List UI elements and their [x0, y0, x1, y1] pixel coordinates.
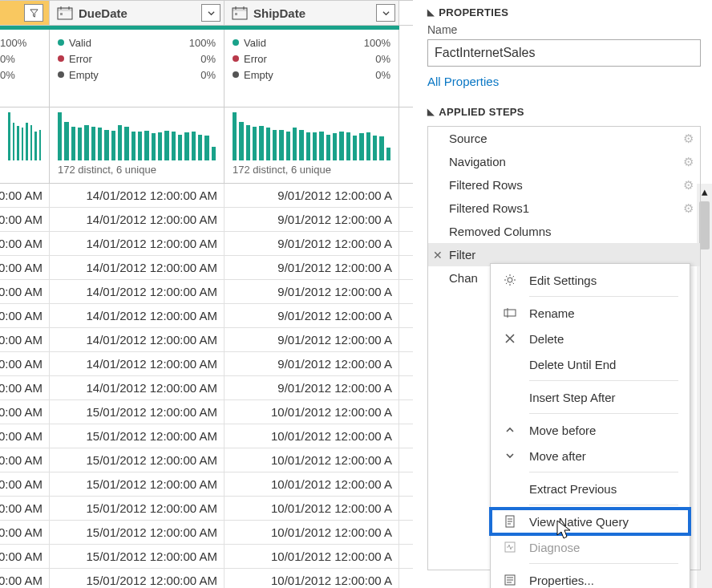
diagnose-icon [502, 541, 518, 554]
applied-step[interactable]: Removed Columns [428, 220, 700, 243]
ctx-properties[interactable]: Properties... [491, 567, 690, 588]
table-row[interactable]: 00:00 AM14/01/2012 12:00:00 AM9/01/2012 … [0, 280, 413, 304]
table-cell: 00:00 AM [0, 184, 50, 207]
column-header-partial[interactable] [0, 1, 50, 25]
table-cell: 15/01/2012 12:00:00 AM [50, 424, 225, 448]
table-row[interactable]: 00:00 AM14/01/2012 12:00:00 AM9/01/2012 … [0, 304, 413, 328]
query-name-input[interactable] [427, 39, 701, 67]
table-cell: 00:00 AM [0, 424, 50, 448]
chevron-down-icon[interactable] [201, 4, 220, 22]
step-label: Navigation [449, 155, 506, 168]
step-label: Removed Columns [449, 225, 552, 238]
table-row[interactable]: 00:00 AM15/01/2012 12:00:00 AM10/01/2012… [0, 545, 413, 569]
gear-icon[interactable]: ⚙ [683, 155, 694, 169]
table-row[interactable]: 00:00 AM15/01/2012 12:00:00 AM10/01/2012… [0, 569, 413, 588]
table-row[interactable]: 00:00 AM14/01/2012 12:00:00 AM9/01/2012 … [0, 184, 413, 208]
data-rows[interactable]: 00:00 AM14/01/2012 12:00:00 AM9/01/2012 … [0, 184, 413, 588]
table-cell: 10/01/2012 12:00:00 A [225, 472, 399, 496]
ctx-move-before[interactable]: Move before [491, 417, 690, 443]
step-label: Chan [449, 271, 478, 285]
table-row[interactable]: 00:00 AM14/01/2012 12:00:00 AM9/01/2012 … [0, 376, 413, 400]
table-cell: 10/01/2012 12:00:00 A [225, 569, 399, 588]
svg-point-10 [508, 278, 512, 282]
table-row[interactable]: 00:00 AM15/01/2012 12:00:00 AM10/01/2012… [0, 448, 413, 472]
svg-rect-1 [58, 8, 72, 11]
svg-rect-6 [233, 8, 247, 11]
ctx-extract-previous[interactable]: Extract Previous [491, 476, 690, 501]
step-label: Filtered Rows [449, 178, 523, 192]
table-row[interactable]: 00:00 AM14/01/2012 12:00:00 AM9/01/2012 … [0, 256, 413, 280]
table-cell: 9/01/2012 12:00:00 A [225, 328, 399, 351]
table-cell: 00:00 AM [0, 208, 50, 231]
table-row[interactable]: 00:00 AM15/01/2012 12:00:00 AM10/01/2012… [0, 472, 413, 497]
applied-step[interactable]: Source⚙ [428, 127, 700, 150]
applied-step[interactable]: Navigation⚙ [428, 150, 700, 173]
ctx-view-native-query[interactable]: View Native Query [491, 509, 690, 534]
all-properties-link[interactable]: All Properties [427, 75, 499, 88]
gear-icon[interactable]: ⚙ [683, 201, 694, 216]
properties-section-header[interactable]: ◣ PROPERTIES [427, 6, 701, 18]
table-row[interactable]: 00:00 AM15/01/2012 12:00:00 AM10/01/2012… [0, 424, 413, 448]
table-cell: 9/01/2012 12:00:00 A [225, 184, 399, 207]
table-row[interactable]: 00:00 AM14/01/2012 12:00:00 AM9/01/2012 … [0, 328, 413, 352]
table-cell: 15/01/2012 12:00:00 AM [50, 569, 225, 588]
column-header-shipdate[interactable]: ShipDate [225, 1, 399, 25]
table-cell: 14/01/2012 12:00:00 AM [50, 256, 225, 279]
column-name: ShipDate [253, 6, 305, 20]
table-cell: 10/01/2012 12:00:00 A [225, 424, 399, 448]
column-header-duedate[interactable]: DueDate [50, 1, 225, 25]
ctx-move-after[interactable]: Move after [491, 443, 690, 468]
applied-step[interactable]: Filtered Rows⚙ [428, 173, 700, 197]
name-label: Name [427, 23, 701, 36]
table-cell: 9/01/2012 12:00:00 A [225, 232, 399, 255]
table-cell: 15/01/2012 12:00:00 AM [50, 400, 225, 424]
ctx-edit-settings[interactable]: Edit Settings [491, 267, 690, 293]
svg-rect-9 [235, 13, 237, 15]
table-row[interactable]: 00:00 AM14/01/2012 12:00:00 AM9/01/2012 … [0, 232, 413, 256]
ctx-delete-until-end[interactable]: Delete Until End [491, 351, 690, 377]
close-icon [502, 333, 518, 344]
step-label: Source [449, 132, 487, 145]
table-cell: 9/01/2012 12:00:00 A [225, 352, 399, 375]
column-distribution-chart-row: 172 distinct, 6 unique 172 distinct, 6 u… [0, 107, 413, 184]
gear-icon [502, 274, 518, 286]
table-cell: 10/01/2012 12:00:00 A [225, 497, 399, 520]
applied-steps-section-header[interactable]: ◣ APPLIED STEPS [427, 106, 701, 118]
applied-step[interactable]: Filtered Rows1⚙ [428, 197, 700, 220]
chevron-down-icon [502, 450, 518, 461]
table-row[interactable]: 00:00 AM14/01/2012 12:00:00 AM9/01/2012 … [0, 352, 413, 376]
table-cell: 14/01/2012 12:00:00 AM [50, 352, 225, 375]
table-cell: 00:00 AM [0, 545, 50, 568]
ctx-diagnose[interactable]: Diagnose [491, 534, 690, 560]
filter-icon[interactable] [24, 4, 43, 22]
ctx-delete[interactable]: Delete [491, 326, 690, 351]
table-cell: 10/01/2012 12:00:00 A [225, 545, 399, 568]
table-cell: 9/01/2012 12:00:00 A [225, 280, 399, 303]
ctx-rename[interactable]: Rename [491, 300, 690, 326]
table-row[interactable]: 00:00 AM15/01/2012 12:00:00 AM10/01/2012… [0, 497, 413, 521]
table-cell: 9/01/2012 12:00:00 A [225, 208, 399, 231]
svg-rect-4 [60, 13, 63, 15]
column-name: DueDate [79, 6, 127, 20]
calendar-icon [229, 4, 250, 22]
table-cell: 00:00 AM [0, 521, 50, 544]
table-cell: 00:00 AM [0, 304, 50, 327]
table-cell: 00:00 AM [0, 472, 50, 496]
table-cell: 00:00 AM [0, 352, 50, 375]
table-cell: 00:00 AM [0, 232, 50, 255]
table-row[interactable]: 00:00 AM14/01/2012 12:00:00 AM9/01/2012 … [0, 208, 413, 232]
table-cell: 9/01/2012 12:00:00 A [225, 376, 399, 399]
close-icon[interactable]: ✕ [433, 249, 443, 262]
table-row[interactable]: 00:00 AM15/01/2012 12:00:00 AM10/01/2012… [0, 400, 413, 424]
document-icon [502, 515, 518, 528]
svg-rect-11 [504, 310, 516, 316]
ctx-insert-step-after[interactable]: Insert Step After [491, 384, 690, 410]
gear-icon[interactable]: ⚙ [683, 132, 694, 146]
properties-icon [502, 574, 518, 586]
table-row[interactable]: 00:00 AM15/01/2012 12:00:00 AM10/01/2012… [0, 521, 413, 545]
chevron-down-icon[interactable] [376, 4, 395, 22]
table-cell: 00:00 AM [0, 280, 50, 303]
gear-icon[interactable]: ⚙ [683, 178, 694, 193]
step-label: Filter [449, 248, 475, 262]
table-cell: 14/01/2012 12:00:00 AM [50, 208, 225, 231]
